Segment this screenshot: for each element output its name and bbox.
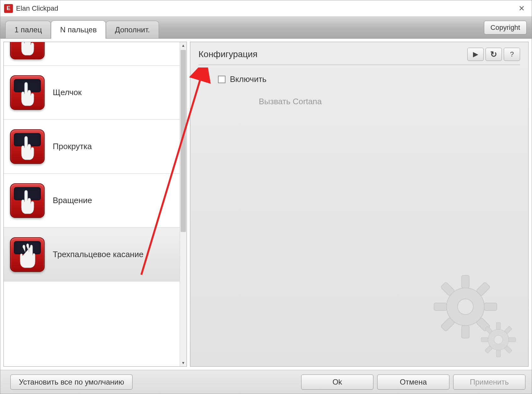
scroll-down-icon[interactable]: ▼	[180, 359, 187, 366]
refresh-icon: ↻	[490, 50, 497, 59]
list-item-label: Щелчок	[53, 88, 82, 97]
tab-n-fingers[interactable]: N пальцев	[51, 20, 106, 39]
scroll-thumb[interactable]	[181, 50, 186, 232]
tab-one-finger[interactable]: 1 палец	[5, 21, 51, 38]
help-icon: ?	[510, 50, 514, 58]
help-button[interactable]: ?	[504, 48, 520, 61]
defaults-button[interactable]: Установить все по умолчанию	[10, 375, 133, 390]
enable-label: Включить	[230, 74, 267, 84]
list-item-label: Прокрутка	[53, 142, 92, 151]
list-item-label: Вращение	[53, 196, 92, 205]
apply-button[interactable]: Применить	[453, 375, 525, 390]
titlebar: E Elan Clickpad ✕	[0, 0, 532, 17]
play-button[interactable]: ▶	[467, 48, 484, 61]
gears-decoration-icon	[425, 266, 519, 360]
svg-rect-1	[462, 275, 469, 288]
click-gesture-icon	[10, 75, 45, 110]
tab-additional[interactable]: Дополнит.	[106, 21, 159, 38]
rotate-gesture-icon	[10, 183, 45, 218]
svg-point-4	[494, 335, 503, 344]
list-item[interactable]: Масштаб	[4, 42, 187, 66]
cancel-button[interactable]: Отмена	[377, 375, 449, 390]
window-title: Elan Clickpad	[16, 4, 515, 13]
footer: Установить все по умолчанию Ok Отмена Пр…	[0, 370, 532, 394]
zoom-gesture-icon	[10, 42, 45, 59]
refresh-button[interactable]: ↻	[486, 48, 502, 61]
scroll-up-icon[interactable]: ▲	[180, 42, 187, 49]
list-item-label: Трехпальцевое касание	[53, 250, 144, 259]
list-item[interactable]: Трехпальцевое касание	[4, 228, 187, 282]
config-panel: Конфигурация ▶ ↻ ? Включить Вызвать Cort…	[190, 42, 529, 367]
tab-label: N пальцев	[60, 25, 96, 34]
tabbar: 1 палец N пальцев Дополнит. Copyright	[0, 17, 532, 39]
scrollbar[interactable]: ▲ ▼	[180, 42, 187, 366]
tab-label: Дополнит.	[115, 25, 150, 34]
ok-button[interactable]: Ok	[301, 375, 373, 390]
threetap-gesture-icon	[10, 237, 45, 272]
config-title: Конфигурация	[198, 49, 258, 59]
svg-point-2	[458, 299, 473, 315]
play-icon: ▶	[473, 50, 478, 58]
copyright-button[interactable]: Copyright	[484, 21, 527, 35]
gesture-list-panel: Масштаб Щелчок Прокрутка	[3, 42, 187, 367]
app-icon: E	[4, 4, 13, 13]
tab-label: 1 палец	[14, 25, 42, 34]
list-item[interactable]: Вращение	[4, 174, 187, 228]
list-item[interactable]: Прокрутка	[4, 120, 187, 174]
close-icon[interactable]: ✕	[515, 2, 528, 15]
enable-checkbox[interactable]	[218, 76, 225, 83]
scroll-gesture-icon	[10, 129, 45, 164]
action-label: Вызвать Cortana	[259, 97, 520, 106]
list-item[interactable]: Щелчок	[4, 66, 187, 120]
